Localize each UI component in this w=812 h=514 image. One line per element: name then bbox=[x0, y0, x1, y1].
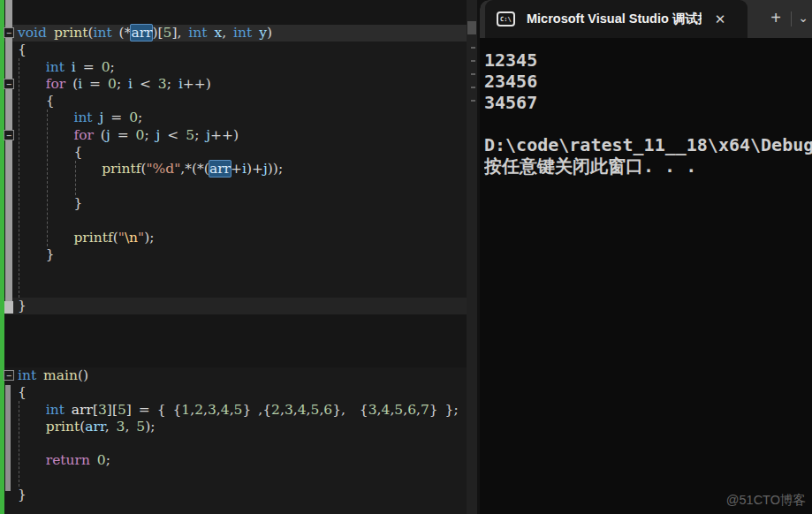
fold-collapse-icon[interactable]: − bbox=[4, 79, 14, 89]
outline-margin-end bbox=[4, 301, 13, 314]
new-tab-button[interactable]: + bbox=[761, 0, 791, 38]
code-token: + bbox=[231, 161, 242, 177]
code-line[interactable]: int main() bbox=[0, 367, 467, 384]
code-token: 4 bbox=[221, 402, 230, 418]
code-line[interactable]: { bbox=[0, 93, 467, 110]
watermark: @51CTO博客 bbox=[726, 492, 806, 509]
code-token bbox=[90, 452, 97, 468]
code-line[interactable] bbox=[0, 280, 467, 297]
terminal-window: C:\ Microsoft Visual Studio 调试控制台 ✕ + ⌄ … bbox=[480, 0, 812, 514]
console-line: 23456 bbox=[484, 71, 812, 92]
code-line[interactable]: } bbox=[0, 487, 467, 503]
tab-dropdown-button[interactable]: ⌄ bbox=[794, 0, 812, 38]
code-token: 4 bbox=[382, 402, 391, 418]
code-token: 0 bbox=[102, 59, 110, 75]
code-token: 3 bbox=[117, 419, 125, 435]
code-token: 6 bbox=[323, 402, 332, 418]
indent-guide bbox=[75, 161, 76, 195]
code-line[interactable]: } bbox=[0, 298, 467, 314]
code-token bbox=[252, 25, 259, 41]
code-token: ; bbox=[110, 59, 115, 75]
code-line[interactable] bbox=[0, 435, 467, 452]
code-token bbox=[93, 110, 100, 125]
code-token: }, { bbox=[332, 402, 368, 418]
code-token: < bbox=[160, 127, 186, 143]
code-line[interactable]: } bbox=[0, 195, 467, 212]
code-line[interactable]: printf("%d",*(*(arr+i)+j)); bbox=[0, 161, 467, 178]
code-token: 5 bbox=[136, 419, 145, 435]
console-output: 123452345634567D:\code\ratest_11__18\x64… bbox=[480, 38, 812, 514]
code-token: int bbox=[93, 25, 111, 41]
editor-scrollbar[interactable] bbox=[467, 0, 477, 514]
code-token: = bbox=[103, 110, 129, 125]
code-token: = bbox=[110, 127, 136, 143]
code-line[interactable]: { bbox=[0, 384, 467, 401]
code-editor-pane: void print(int (*arr)[5], int x, int y){… bbox=[0, 0, 477, 514]
code-line[interactable] bbox=[0, 263, 467, 280]
code-token: for bbox=[73, 127, 93, 143]
code-token: print bbox=[46, 419, 80, 435]
code-token: 3 bbox=[98, 402, 107, 418]
code-line[interactable]: printf("\n"); bbox=[0, 230, 467, 246]
code-token: ; bbox=[144, 127, 156, 143]
code-token: ][ bbox=[107, 402, 118, 418]
code-token: ] = { { bbox=[126, 402, 182, 418]
code-token: )[ bbox=[152, 25, 163, 41]
code-token bbox=[65, 76, 72, 92]
indent-guide bbox=[47, 110, 48, 246]
code-line[interactable]: { bbox=[0, 144, 467, 161]
code-line[interactable]: for (j = 0; j < 5; j++) bbox=[0, 127, 467, 144]
fold-collapse-icon[interactable]: − bbox=[4, 370, 14, 381]
code-token: { bbox=[18, 42, 27, 57]
code-line[interactable]: { bbox=[0, 42, 467, 58]
code-token: ; bbox=[106, 452, 110, 468]
code-token: 3 bbox=[208, 402, 216, 418]
code-token: ; bbox=[138, 110, 142, 125]
code-token: ); bbox=[145, 419, 155, 435]
code-line[interactable] bbox=[0, 178, 467, 195]
code-token: 5 bbox=[118, 402, 126, 418]
terminal-tab[interactable]: C:\ Microsoft Visual Studio 调试控制台 ✕ bbox=[485, 0, 747, 38]
code-line[interactable] bbox=[0, 212, 467, 229]
code-line[interactable]: void print(int (*arr)[5], int x, int y) bbox=[0, 25, 467, 42]
code-token: 5 bbox=[311, 402, 320, 418]
code-token bbox=[18, 195, 73, 211]
code-token: { bbox=[18, 384, 27, 400]
fold-collapse-icon[interactable]: − bbox=[4, 130, 14, 140]
code-line[interactable]: int arr[3][5] = { {1,2,3,4,5} ,{2,3,4,5,… bbox=[0, 402, 467, 419]
code-line[interactable]: print(arr, 3, 5); bbox=[0, 419, 467, 435]
code-token: int bbox=[46, 402, 65, 418]
indent-guide bbox=[19, 401, 19, 487]
console-line: 12345 bbox=[484, 49, 812, 71]
code-token: ++) bbox=[183, 76, 211, 92]
code-token: 5 bbox=[186, 127, 194, 143]
code-line[interactable]: int i = 0; bbox=[0, 59, 467, 76]
fold-collapse-icon[interactable]: − bbox=[4, 27, 14, 38]
code-token bbox=[18, 59, 46, 75]
code-token: = bbox=[82, 76, 108, 92]
code-token: 6 bbox=[407, 402, 416, 418]
scrollbar-mark bbox=[471, 87, 475, 88]
titlebar-divider bbox=[791, 11, 792, 26]
highlighted-symbol: arr bbox=[209, 160, 231, 178]
code-token: } }; bbox=[429, 402, 459, 418]
code-token bbox=[65, 59, 72, 75]
code-line[interactable]: return 0; bbox=[0, 452, 467, 469]
code-line[interactable] bbox=[0, 470, 467, 487]
code-token: int bbox=[233, 25, 252, 41]
code-token bbox=[18, 419, 46, 435]
scrollbar-mark bbox=[471, 47, 475, 49]
code-line[interactable]: for (i = 0; i < 3; i++) bbox=[0, 76, 467, 93]
code-token: ; bbox=[194, 127, 206, 143]
console-line: 34567 bbox=[484, 92, 812, 113]
code-token: } bbox=[73, 195, 82, 211]
scrollbar-thumb[interactable] bbox=[467, 21, 476, 34]
code-line[interactable]: int j = 0; bbox=[0, 110, 467, 126]
code-token: 0 bbox=[136, 127, 145, 143]
code-token bbox=[18, 402, 46, 418]
close-icon[interactable]: ✕ bbox=[707, 0, 733, 38]
code-token: int bbox=[188, 25, 207, 41]
code-token: printf bbox=[73, 230, 112, 246]
code-token: arr bbox=[85, 419, 104, 435]
code-line[interactable]: } bbox=[0, 246, 467, 263]
